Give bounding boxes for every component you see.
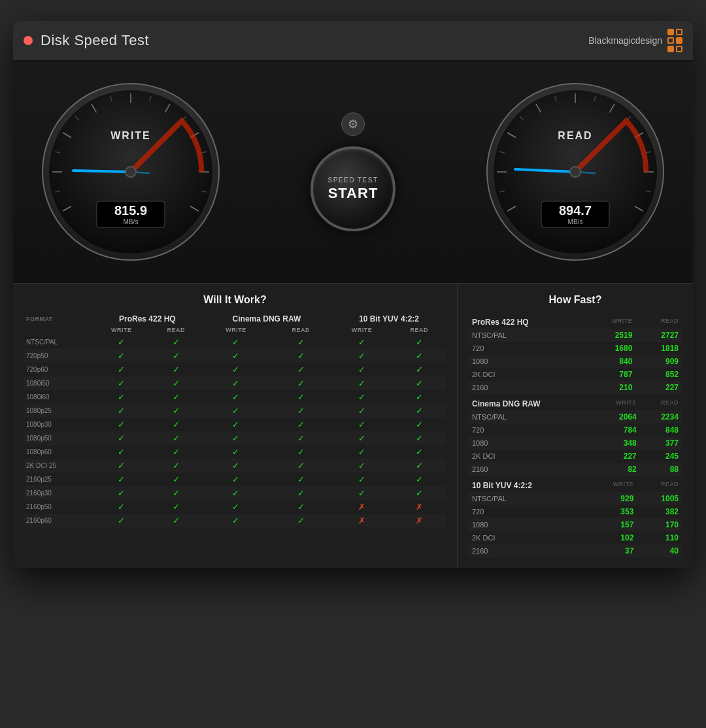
hf-write-val: 840 [585,355,637,368]
check-icon: ✓ [173,365,180,374]
check-icon: ✓ [232,365,239,374]
check-cell: ✓ [202,486,270,500]
hf-read-val: 909 [636,355,682,368]
cross-icon: ✗ [416,516,423,525]
check-cell: ✓ [150,418,202,431]
hf-read-val: 852 [636,368,682,381]
check-icon: ✓ [416,378,423,388]
hf-data-row: 720353382 [468,505,682,518]
svg-line-19 [73,171,131,172]
check-cell: ✓ [150,514,202,527]
hf-write-val: 1680 [585,342,637,355]
format-cell: 720p50 [24,349,93,363]
how-fast-content: ProRes 422 HQWRITEREADNTSC/PAL2519272772… [468,312,682,557]
table-row: 2K DCI 25✓✓✓✓✓✓ [24,459,446,472]
check-cell: ✓ [270,500,331,514]
hf-section-title: ProRes 422 HQ [468,312,585,329]
check-icon: ✓ [232,433,239,443]
check-cell: ✓ [331,390,392,404]
check-icon: ✓ [118,337,125,347]
hf-row-label: 2160 [468,381,585,394]
check-icon: ✓ [232,392,239,402]
check-icon: ✓ [232,337,239,347]
hf-read-val: 1818 [636,342,682,355]
check-cell: ✓ [93,390,150,404]
check-icon: ✓ [118,461,125,471]
check-cell: ✓ [93,514,150,527]
check-cell: ✗ [392,514,446,527]
check-cell: ✓ [150,500,202,514]
check-cell: ✓ [150,459,202,472]
hf-write-val: 787 [585,368,637,381]
check-icon: ✓ [173,378,180,388]
logo-sq-6 [676,46,682,52]
hf-section-table: Cinema DNG RAWWRITEREADNTSC/PAL206422347… [468,394,682,476]
hf-data-row: 1080348377 [468,437,682,450]
gauges-section: 815.9 MB/s WRITE ⚙ SPEED TEST START [13,61,693,283]
check-icon: ✓ [297,433,305,443]
check-icon: ✓ [358,488,365,498]
prores-header: ProRes 422 HQ [93,312,202,325]
check-icon: ✓ [173,337,180,347]
hf-row-label: 2K DCI [468,450,594,463]
check-icon: ✓ [416,351,423,361]
hf-write-header: WRITE [594,394,641,410]
check-icon: ✓ [297,420,305,429]
will-it-work-table: FORMAT ProRes 422 HQ Cinema DNG RAW 10 B… [24,312,446,527]
check-cell: ✓ [202,349,270,363]
check-cell: ✓ [270,445,331,459]
start-button[interactable]: SPEED TEST START [311,146,395,231]
format-cell: 2160p25 [24,472,93,486]
check-icon: ✓ [358,392,365,402]
check-icon: ✓ [297,461,305,471]
check-icon: ✓ [173,406,180,416]
hf-data-row: 2K DCI787852 [468,368,682,381]
table-row: 2160p25✓✓✓✓✓✓ [24,472,446,486]
check-icon: ✓ [232,351,239,361]
hf-read-val: 88 [641,463,682,476]
check-cell: ✓ [93,486,150,500]
hf-write-val: 2519 [585,329,637,342]
check-icon: ✓ [297,502,305,512]
format-cell: 2K DCI 25 [24,459,93,472]
check-icon: ✓ [118,447,125,457]
cross-icon: ✗ [416,502,423,512]
format-cell: 2160p50 [24,500,93,514]
check-icon: ✓ [297,351,305,361]
format-cell: NTSC/PAL [24,335,93,349]
check-icon: ✓ [173,488,180,498]
check-icon: ✓ [416,365,423,374]
check-icon: ✓ [232,516,239,525]
hf-write-header: WRITE [588,476,638,492]
check-icon: ✓ [416,433,423,443]
svg-text:READ: READ [558,130,592,141]
hf-section: ProRes 422 HQWRITEREADNTSC/PAL2519272772… [468,312,682,394]
check-cell: ✓ [270,514,331,527]
check-cell: ✓ [392,486,446,500]
check-icon: ✓ [358,365,365,374]
check-cell: ✓ [93,445,150,459]
hf-data-row: 2K DCI102110 [468,531,682,544]
check-cell: ✓ [270,418,331,431]
check-icon: ✓ [416,337,423,347]
write-gauge-svg: 815.9 MB/s WRITE [39,80,222,263]
close-button[interactable]: × [24,36,33,45]
svg-point-21 [126,167,136,177]
check-cell: ✓ [270,472,331,486]
check-icon: ✓ [416,474,423,484]
how-fast-title: How Fast? [468,294,682,306]
check-icon: ✓ [416,488,423,498]
check-cell: ✓ [93,418,150,431]
check-icon: ✓ [297,406,305,416]
check-cell: ✓ [93,335,150,349]
table-row: NTSC/PAL✓✓✓✓✓✓ [24,335,446,349]
hf-data-row: 21603740 [468,544,682,557]
settings-button[interactable]: ⚙ [341,112,365,136]
hf-write-val: 210 [585,381,637,394]
title-bar: × Disk Speed Test Blackmagicdesign [13,21,693,61]
check-cell: ✓ [202,335,270,349]
check-icon: ✓ [232,502,239,512]
check-cell: ✓ [270,459,331,472]
check-icon: ✓ [232,461,239,471]
check-icon: ✓ [232,447,239,457]
